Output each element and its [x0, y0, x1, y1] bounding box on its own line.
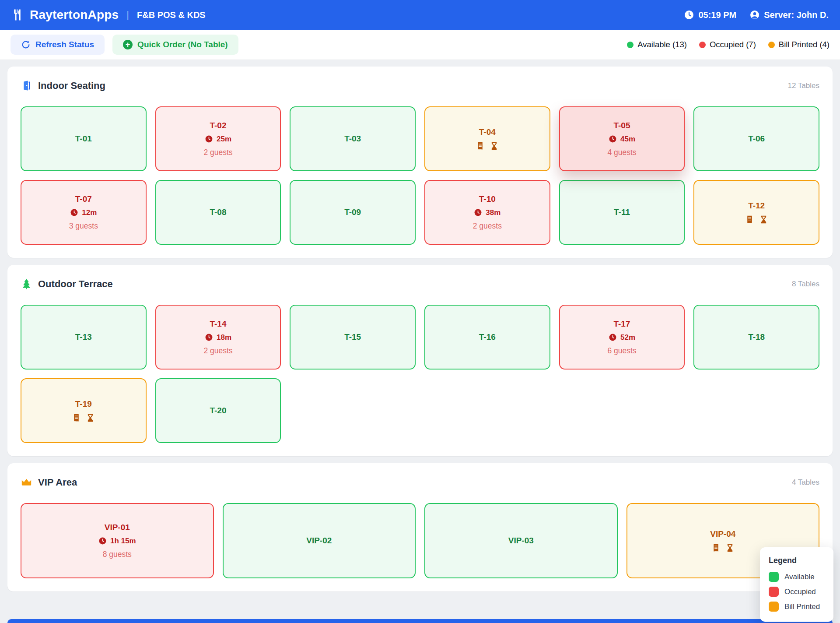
table-label: VIP-03 — [508, 536, 534, 546]
refresh-status-button[interactable]: Refresh Status — [10, 35, 105, 55]
table-label: T-08 — [210, 208, 226, 217]
legend-swatch-icon — [769, 587, 779, 597]
table-card-t-02[interactable]: T-02 25m 2 guests — [155, 106, 281, 171]
current-time: 05:19 PM — [698, 10, 736, 20]
occupied-time-row: 18m — [205, 333, 231, 342]
guest-count: 2 guests — [203, 346, 232, 355]
status-dot-icon — [699, 42, 706, 48]
status-chip: Bill Printed (4) — [768, 40, 830, 49]
table-label: T-11 — [614, 208, 630, 217]
table-card-t-06[interactable]: T-06 — [693, 106, 819, 171]
occupied-time: 52m — [620, 333, 635, 342]
table-grid: T-01 T-02 25m 2 guests T-03 T-04 — [21, 106, 819, 245]
occupied-time-row: 52m — [609, 333, 635, 342]
guest-count: 3 guests — [69, 222, 98, 231]
table-card-t-13[interactable]: T-13 — [21, 305, 147, 370]
table-card-t-07[interactable]: T-07 12m 3 guests — [21, 180, 147, 245]
floor-section-indoor-seating: Indoor Seating 12 Tables T-01 T-02 25m 2… — [7, 67, 833, 258]
receipt-icon — [745, 215, 754, 224]
status-summary: Available (13) Occupied (7) Bill Printed… — [627, 40, 830, 49]
legend-title: Legend — [769, 556, 825, 565]
fork-knife-logo-icon — [11, 8, 24, 21]
table-label: T-09 — [344, 208, 361, 217]
section-header: Outdoor Terrace 8 Tables — [21, 278, 819, 290]
section-table-count: 8 Tables — [792, 280, 819, 289]
table-card-t-16[interactable]: T-16 — [424, 305, 550, 370]
floor-sections: Indoor Seating 12 Tables T-01 T-02 25m 2… — [0, 60, 840, 591]
quick-order-label: Quick Order (No Table) — [137, 40, 228, 49]
occupied-time-row: 38m — [474, 208, 500, 217]
legend-swatch-icon — [769, 572, 779, 582]
brand-divider: | — [126, 9, 129, 21]
clock-display: 05:19 PM — [684, 10, 736, 20]
bill-printed-icons — [476, 141, 499, 151]
table-label: T-13 — [75, 332, 92, 342]
status-dot-icon — [768, 42, 775, 48]
status-chip-label: Available (13) — [637, 40, 687, 49]
table-card-t-20[interactable]: T-20 — [155, 378, 281, 443]
refresh-status-label: Refresh Status — [35, 40, 94, 49]
table-card-t-09[interactable]: T-09 — [290, 180, 416, 245]
bill-printed-icons — [745, 215, 768, 224]
table-card-t-05[interactable]: T-05 45m 4 guests — [559, 106, 685, 171]
timer-clock-icon — [205, 333, 213, 341]
table-card-t-04[interactable]: T-04 — [424, 106, 550, 171]
occupied-time: 18m — [217, 333, 231, 342]
table-card-t-03[interactable]: T-03 — [290, 106, 416, 171]
table-card-t-15[interactable]: T-15 — [290, 305, 416, 370]
table-card-vip-02[interactable]: VIP-02 — [223, 503, 416, 578]
plus-circle-icon: + — [123, 40, 133, 49]
table-card-t-01[interactable]: T-01 — [21, 106, 147, 171]
table-card-t-19[interactable]: T-19 — [21, 378, 147, 443]
table-card-t-08[interactable]: T-08 — [155, 180, 281, 245]
timer-clock-icon — [70, 208, 78, 217]
legend-item: Bill Printed — [769, 602, 825, 612]
occupied-time-row: 1h 15m — [98, 537, 136, 546]
table-card-vip-01[interactable]: VIP-01 1h 15m 8 guests — [21, 503, 214, 578]
occupied-time-row: 45m — [609, 135, 635, 144]
table-card-t-14[interactable]: T-14 18m 2 guests — [155, 305, 281, 370]
status-chip: Occupied (7) — [699, 40, 756, 49]
table-card-t-10[interactable]: T-10 38m 2 guests — [424, 180, 550, 245]
tree-icon — [21, 278, 32, 290]
occupied-time: 38m — [486, 208, 500, 217]
floor-section-outdoor-terrace: Outdoor Terrace 8 Tables T-13 T-14 18m 2… — [7, 265, 833, 456]
table-label: T-14 — [210, 319, 226, 329]
table-label: T-19 — [75, 399, 92, 409]
table-card-t-12[interactable]: T-12 — [693, 180, 819, 245]
section-header: VIP Area 4 Tables — [21, 476, 819, 488]
top-bar: RaytertonApps | F&B POS & KDS 05:19 PM S… — [0, 0, 840, 30]
occupied-time: 1h 15m — [110, 537, 136, 546]
status-chip-label: Occupied (7) — [710, 40, 756, 49]
table-label: VIP-01 — [105, 523, 130, 532]
timer-clock-icon — [609, 135, 617, 143]
hourglass-icon — [490, 141, 499, 151]
occupied-time-row: 25m — [205, 135, 231, 144]
guest-count: 2 guests — [203, 148, 232, 157]
table-label: T-18 — [748, 332, 765, 342]
table-card-t-17[interactable]: T-17 52m 6 guests — [559, 305, 685, 370]
occupied-time: 25m — [217, 135, 231, 144]
table-card-vip-03[interactable]: VIP-03 — [424, 503, 618, 578]
footer-bar — [7, 619, 833, 623]
occupied-time: 45m — [620, 135, 635, 144]
table-label: VIP-04 — [710, 529, 735, 539]
table-label: T-04 — [479, 127, 496, 137]
table-card-t-11[interactable]: T-11 — [559, 180, 685, 245]
hourglass-icon — [86, 413, 95, 422]
section-title: Indoor Seating — [38, 80, 105, 92]
legend-items: Available Occupied Bill Printed — [769, 572, 825, 612]
section-title: Outdoor Terrace — [38, 278, 113, 290]
legend-item: Available — [769, 572, 825, 582]
table-card-t-18[interactable]: T-18 — [693, 305, 819, 370]
guest-count: 8 guests — [103, 550, 132, 559]
table-label: T-10 — [479, 194, 496, 204]
quick-order-button[interactable]: + Quick Order (No Table) — [112, 35, 238, 55]
action-toolbar: Refresh Status + Quick Order (No Table) … — [0, 30, 840, 60]
user-icon — [749, 10, 760, 20]
table-label: T-02 — [210, 121, 226, 130]
table-label: T-03 — [344, 134, 361, 144]
occupied-time-row: 12m — [70, 208, 97, 217]
guest-count: 4 guests — [607, 148, 636, 157]
refresh-icon — [21, 40, 31, 49]
